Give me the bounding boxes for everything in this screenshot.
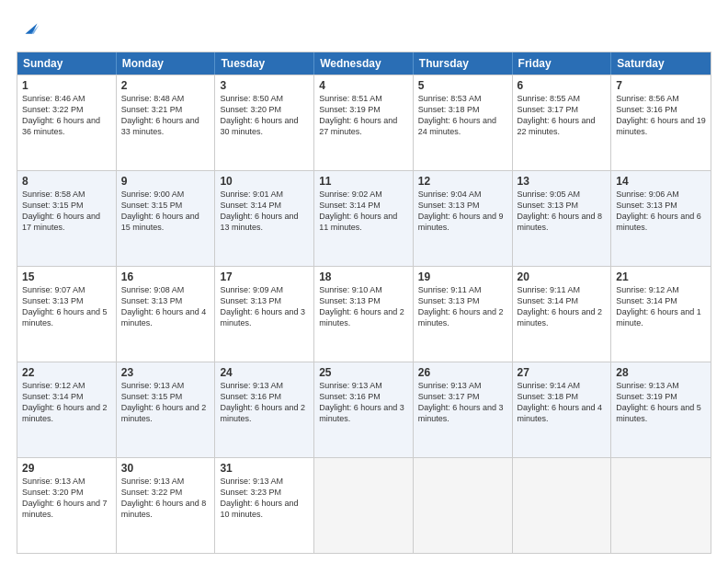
cell-info: Sunrise: 9:13 AMSunset: 3:20 PMDaylight:… [22,477,108,519]
day-number: 10 [220,175,309,188]
cell-info: Sunrise: 9:14 AMSunset: 3:18 PMDaylight:… [518,381,603,423]
calendar-row-1: 1 Sunrise: 8:46 AMSunset: 3:22 PMDayligh… [17,75,711,170]
day-cell-24: 24 Sunrise: 9:13 AMSunset: 3:16 PMDaylig… [215,362,314,457]
cell-info: Sunrise: 8:51 AMSunset: 3:19 PMDaylight:… [319,94,397,136]
empty-cell-r4c4 [414,458,513,553]
calendar-row-2: 8 Sunrise: 8:58 AMSunset: 3:15 PMDayligh… [17,170,711,266]
day-cell-29: 29 Sunrise: 9:13 AMSunset: 3:20 PMDaylig… [17,458,117,553]
day-cell-22: 22 Sunrise: 9:12 AMSunset: 3:14 PMDaylig… [17,362,117,457]
day-number: 13 [518,175,607,188]
day-cell-7: 7 Sunrise: 8:56 AMSunset: 3:16 PMDayligh… [611,75,711,170]
day-cell-11: 11 Sunrise: 9:02 AMSunset: 3:14 PMDaylig… [314,171,414,266]
day-header-monday: Monday [117,52,216,75]
day-cell-21: 21 Sunrise: 9:12 AMSunset: 3:14 PMDaylig… [611,267,711,362]
day-cell-26: 26 Sunrise: 9:13 AMSunset: 3:17 PMDaylig… [414,362,513,457]
cell-info: Sunrise: 9:13 AMSunset: 3:16 PMDaylight:… [220,381,305,423]
day-cell-5: 5 Sunrise: 8:53 AMSunset: 3:18 PMDayligh… [414,75,513,170]
day-header-tuesday: Tuesday [215,52,314,75]
day-cell-27: 27 Sunrise: 9:14 AMSunset: 3:18 PMDaylig… [513,362,612,457]
day-header-thursday: Thursday [414,52,513,75]
day-number: 3 [220,79,309,92]
day-number: 11 [319,175,408,188]
cell-info: Sunrise: 9:13 AMSunset: 3:19 PMDaylight:… [616,381,701,423]
cell-info: Sunrise: 9:11 AMSunset: 3:14 PMDaylight:… [518,285,603,327]
day-header-wednesday: Wednesday [314,52,414,75]
day-header-sunday: Sunday [17,52,117,75]
cell-info: Sunrise: 9:13 AMSunset: 3:22 PMDaylight:… [121,477,207,519]
day-cell-25: 25 Sunrise: 9:13 AMSunset: 3:16 PMDaylig… [314,362,414,457]
day-number: 18 [319,270,408,283]
day-header-saturday: Saturday [611,52,711,75]
day-number: 14 [616,175,706,188]
cell-info: Sunrise: 9:09 AMSunset: 3:13 PMDaylight:… [220,285,305,327]
cell-info: Sunrise: 9:01 AMSunset: 3:14 PMDaylight:… [220,190,298,232]
day-number: 21 [616,270,706,283]
cell-info: Sunrise: 9:12 AMSunset: 3:14 PMDaylight:… [616,285,701,327]
day-number: 7 [616,79,706,92]
calendar-header: SundayMondayTuesdayWednesdayThursdayFrid… [17,52,711,75]
day-number: 12 [418,175,507,188]
day-cell-1: 1 Sunrise: 8:46 AMSunset: 3:22 PMDayligh… [17,75,117,170]
day-cell-19: 19 Sunrise: 9:11 AMSunset: 3:13 PMDaylig… [414,267,513,362]
cell-info: Sunrise: 9:04 AMSunset: 3:13 PMDaylight:… [418,190,504,232]
day-number: 30 [121,462,210,475]
logo [17,17,44,42]
day-number: 28 [616,366,706,379]
day-number: 27 [518,366,607,379]
day-cell-28: 28 Sunrise: 9:13 AMSunset: 3:19 PMDaylig… [611,362,711,457]
cell-info: Sunrise: 9:12 AMSunset: 3:14 PMDaylight:… [22,381,108,423]
day-number: 24 [220,366,309,379]
day-cell-4: 4 Sunrise: 8:51 AMSunset: 3:19 PMDayligh… [314,75,414,170]
day-number: 22 [22,366,111,379]
calendar-body: 1 Sunrise: 8:46 AMSunset: 3:22 PMDayligh… [17,75,711,553]
day-number: 23 [121,366,210,379]
day-cell-3: 3 Sunrise: 8:50 AMSunset: 3:20 PMDayligh… [215,75,314,170]
day-number: 4 [319,79,408,92]
header [17,17,711,42]
cell-info: Sunrise: 9:13 AMSunset: 3:17 PMDaylight:… [418,381,504,423]
empty-cell-r4c3 [314,458,414,553]
day-number: 6 [518,79,607,92]
cell-info: Sunrise: 8:48 AMSunset: 3:21 PMDaylight:… [121,94,199,136]
day-cell-2: 2 Sunrise: 8:48 AMSunset: 3:21 PMDayligh… [117,75,216,170]
day-cell-13: 13 Sunrise: 9:05 AMSunset: 3:13 PMDaylig… [513,171,612,266]
calendar-row-3: 15 Sunrise: 9:07 AMSunset: 3:13 PMDaylig… [17,266,711,362]
day-number: 5 [418,79,507,92]
day-number: 19 [418,270,507,283]
cell-info: Sunrise: 9:08 AMSunset: 3:13 PMDaylight:… [121,285,207,327]
cell-info: Sunrise: 9:13 AMSunset: 3:15 PMDaylight:… [121,381,207,423]
day-number: 9 [121,175,210,188]
day-number: 8 [22,175,111,188]
day-number: 25 [319,366,408,379]
calendar-row-5: 29 Sunrise: 9:13 AMSunset: 3:20 PMDaylig… [17,457,711,553]
day-cell-16: 16 Sunrise: 9:08 AMSunset: 3:13 PMDaylig… [117,267,216,362]
cell-info: Sunrise: 9:02 AMSunset: 3:14 PMDaylight:… [319,190,397,232]
empty-cell-r4c5 [513,458,612,553]
day-number: 17 [220,270,309,283]
day-cell-15: 15 Sunrise: 9:07 AMSunset: 3:13 PMDaylig… [17,267,117,362]
cell-info: Sunrise: 9:10 AMSunset: 3:13 PMDaylight:… [319,285,404,327]
cell-info: Sunrise: 9:06 AMSunset: 3:13 PMDaylight:… [616,190,701,232]
day-number: 15 [22,270,111,283]
cell-info: Sunrise: 8:46 AMSunset: 3:22 PMDaylight:… [22,94,100,136]
day-cell-14: 14 Sunrise: 9:06 AMSunset: 3:13 PMDaylig… [611,171,711,266]
day-cell-6: 6 Sunrise: 8:55 AMSunset: 3:17 PMDayligh… [513,75,612,170]
day-cell-8: 8 Sunrise: 8:58 AMSunset: 3:15 PMDayligh… [17,171,117,266]
cell-info: Sunrise: 8:56 AMSunset: 3:16 PMDaylight:… [616,94,706,136]
day-cell-31: 31 Sunrise: 9:13 AMSunset: 3:23 PMDaylig… [215,458,314,553]
day-number: 26 [418,366,507,379]
day-number: 20 [518,270,607,283]
cell-info: Sunrise: 9:00 AMSunset: 3:15 PMDaylight:… [121,190,199,232]
cell-info: Sunrise: 9:11 AMSunset: 3:13 PMDaylight:… [418,285,504,327]
cell-info: Sunrise: 9:07 AMSunset: 3:13 PMDaylight:… [22,285,108,327]
day-cell-17: 17 Sunrise: 9:09 AMSunset: 3:13 PMDaylig… [215,267,314,362]
empty-cell-r4c6 [611,458,711,553]
day-cell-18: 18 Sunrise: 9:10 AMSunset: 3:13 PMDaylig… [314,267,414,362]
day-number: 16 [121,270,210,283]
page: SundayMondayTuesdayWednesdayThursdayFrid… [0,0,728,563]
logo-icon [18,17,44,42]
day-cell-9: 9 Sunrise: 9:00 AMSunset: 3:15 PMDayligh… [117,171,216,266]
cell-info: Sunrise: 8:53 AMSunset: 3:18 PMDaylight:… [418,94,496,136]
day-number: 2 [121,79,210,92]
calendar-row-4: 22 Sunrise: 9:12 AMSunset: 3:14 PMDaylig… [17,362,711,457]
